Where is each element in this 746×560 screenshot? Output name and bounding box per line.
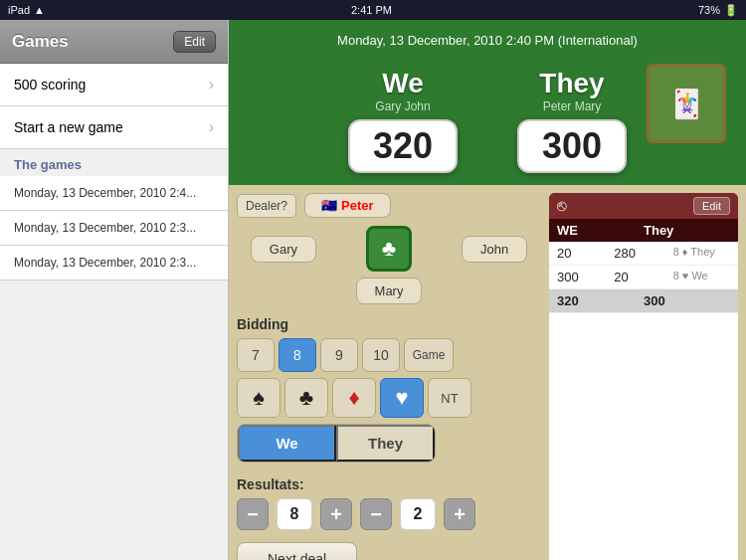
sidebar-edit-button[interactable]: Edit: [173, 31, 216, 53]
score-total-we: 320: [557, 293, 644, 308]
bid-9-button[interactable]: 9: [320, 338, 358, 372]
result1-value: 8: [277, 498, 312, 530]
bid-numbers: 7 8 9 10 Game: [237, 338, 541, 372]
score-row2-we: 300: [557, 270, 614, 284]
suit-buttons: ♠ ♣ ♦ ♥ NT: [237, 378, 541, 418]
score-row1-we: 20: [557, 246, 614, 261]
sidebar-item-500scoring-label: 500 scoring: [14, 77, 86, 93]
sidebar-game-item-2[interactable]: Monday, 13 December, 2010 2:3...: [0, 211, 228, 246]
score-row2-detail: 8 ♥ We: [673, 270, 730, 284]
battery-label: 73%: [698, 4, 720, 16]
right-panel: Monday, 13 December, 2010 2:40 PM (Inter…: [229, 20, 746, 560]
chevron-icon-2: ›: [209, 118, 214, 136]
wifi-icon: ▲: [34, 4, 45, 16]
score-total-they: 300: [644, 293, 730, 308]
chevron-icon: ›: [209, 76, 214, 93]
player-mary-button[interactable]: Mary: [356, 278, 423, 304]
status-right: 73% 🔋: [698, 4, 738, 17]
result1-plus-button[interactable]: +: [320, 498, 352, 530]
card-row-top: Gary ♣ John: [251, 226, 527, 272]
they-team: They Peter Mary 300: [517, 68, 627, 173]
bid-7-button[interactable]: 7: [237, 338, 275, 372]
toggle-they-button[interactable]: They: [336, 425, 435, 462]
result2-plus-button[interactable]: +: [444, 498, 475, 530]
results-section: Resultats: − 8 + − 2 + Next deal: [237, 476, 541, 560]
dealer-row: Dealer? 🇦🇺 Peter: [237, 193, 541, 218]
player-gary-button[interactable]: Gary: [251, 236, 316, 263]
sidebar-item-500scoring[interactable]: 500 scoring ›: [0, 64, 228, 106]
score-row2-they: 20: [614, 270, 670, 284]
they-team-name: They: [539, 68, 604, 99]
status-time: 2:41 PM: [351, 4, 392, 16]
we-score-bubble: 320: [348, 119, 458, 173]
sidebar-section-label: The games: [0, 149, 228, 176]
bidding-title: Bidding: [237, 316, 541, 332]
share-icon[interactable]: ⎋: [557, 197, 567, 215]
card-icon: 🃏: [669, 88, 704, 120]
sidebar-item-new-game-label: Start a new game: [14, 119, 123, 135]
result-row: − 8 + − 2 +: [237, 498, 541, 530]
score-table-edit-button[interactable]: Edit: [693, 197, 730, 215]
result2-minus-button[interactable]: −: [360, 498, 392, 530]
score-row1-detail: 8 ♦ They: [673, 246, 730, 261]
card-image: 🃏: [647, 64, 726, 143]
suit-nt-button[interactable]: NT: [428, 378, 471, 418]
we-team: We Gary John 320: [348, 68, 458, 173]
bidding-section: Bidding 7 8 9 10 Game ♠ ♣ ♦ ♥ NT: [237, 316, 541, 463]
suit-clubs-button[interactable]: ♣: [284, 378, 328, 418]
they-score-bubble: 300: [517, 119, 627, 173]
main-content: Games Edit 500 scoring › Start a new gam…: [0, 20, 746, 560]
card-layout: Gary ♣ John Mary: [237, 226, 541, 304]
center-card[interactable]: ♣: [366, 226, 412, 272]
next-deal-button[interactable]: Next deal: [237, 542, 357, 560]
col-we-header: WE: [557, 223, 644, 238]
toggle-we-button[interactable]: We: [238, 425, 336, 462]
suit-diamonds-button[interactable]: ♦: [332, 378, 376, 418]
result2-value: 2: [400, 498, 436, 530]
bid-10-button[interactable]: 10: [362, 338, 400, 372]
sidebar: Games Edit 500 scoring › Start a new gam…: [0, 20, 229, 560]
game-area: Dealer? 🇦🇺 Peter Gary ♣ John Mary: [229, 185, 746, 560]
results-label: Resultats:: [237, 476, 541, 492]
score-row-2: 300 20 8 ♥ We: [549, 266, 738, 289]
score-row-totals: 320 300: [549, 289, 738, 313]
suit-spades-button[interactable]: ♠: [237, 378, 280, 418]
we-they-toggle: We They: [237, 424, 436, 463]
battery-icon: 🔋: [724, 4, 738, 17]
top-header: Monday, 13 December, 2010 2:40 PM (Inter…: [229, 20, 746, 60]
result1-minus-button[interactable]: −: [237, 498, 269, 530]
bid-game-button[interactable]: Game: [404, 338, 454, 372]
score-table-panel: ⎋ Edit WE They 20 280 8 ♦ They 300 20: [549, 193, 738, 560]
sidebar-game-item-3[interactable]: Monday, 13 December, 2010 2:3...: [0, 246, 228, 280]
sidebar-item-new-game[interactable]: Start a new game ›: [0, 106, 228, 149]
bidding-panel: Dealer? 🇦🇺 Peter Gary ♣ John Mary: [237, 193, 541, 560]
ipad-label: iPad: [8, 4, 30, 16]
status-left: iPad ▲: [8, 4, 45, 16]
we-team-players: Gary John: [375, 99, 430, 113]
score-area: We Gary John 320 They Peter Mary 300 🃏: [229, 60, 746, 185]
header-date: Monday, 13 December, 2010 2:40 PM (Inter…: [337, 33, 638, 48]
status-bar: iPad ▲ 2:41 PM 73% 🔋: [0, 0, 746, 20]
dealer-name-button[interactable]: 🇦🇺 Peter: [304, 193, 391, 218]
score-row1-they: 280: [614, 246, 670, 261]
they-team-players: Peter Mary: [543, 99, 602, 113]
col-they-header: They: [644, 223, 730, 238]
sidebar-game-item-1[interactable]: Monday, 13 December, 2010 2:4...: [0, 176, 228, 211]
player-john-button[interactable]: John: [462, 236, 527, 263]
score-table-body: 20 280 8 ♦ They 300 20 8 ♥ We 320 300: [549, 242, 738, 560]
dealer-name-label: Peter: [341, 198, 374, 213]
we-team-name: We: [382, 68, 424, 99]
score-table-cols: WE They: [549, 219, 738, 242]
dealer-button[interactable]: Dealer?: [237, 194, 296, 218]
bid-8-button[interactable]: 8: [279, 338, 316, 372]
sidebar-header: Games Edit: [0, 20, 228, 64]
flag-icon: 🇦🇺: [321, 198, 337, 213]
sidebar-title: Games: [12, 32, 69, 52]
score-row-1: 20 280 8 ♦ They: [549, 242, 738, 266]
score-table-header: ⎋ Edit: [549, 193, 738, 219]
suit-hearts-button[interactable]: ♥: [380, 378, 424, 418]
